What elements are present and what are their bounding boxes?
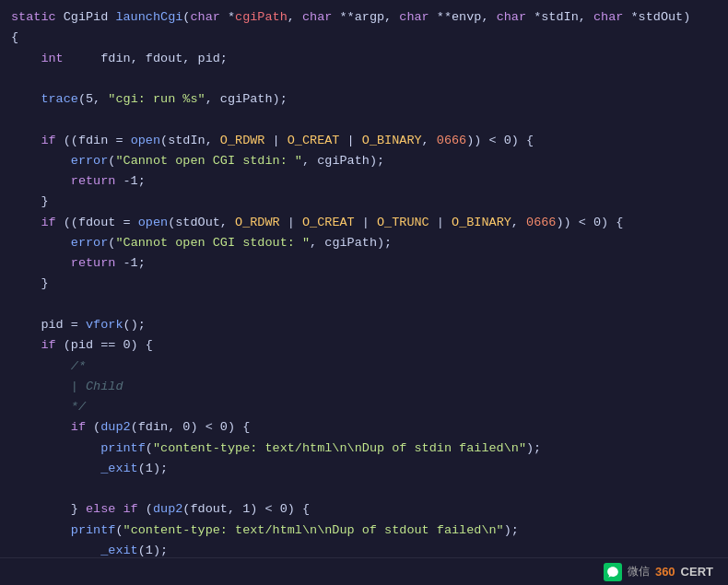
code-line — [0, 479, 728, 499]
code-line: _exit(1); — [0, 541, 728, 557]
code-line: static CgiPid launchCgi(char *cgiPath, c… — [0, 7, 728, 28]
code-block: static CgiPid launchCgi(char *cgiPath, c… — [0, 0, 728, 557]
code-line: if ((fdout = open(stdOut, O_RDWR | O_CRE… — [0, 213, 728, 233]
code-line: printf("content-type: text/html\n\nDup o… — [0, 439, 728, 459]
code-line: return -1; — [0, 253, 728, 274]
brand-cert: CERT — [681, 565, 713, 579]
code-line: /* — [0, 357, 728, 377]
code-line — [0, 295, 728, 315]
code-line: _exit(1); — [0, 459, 728, 479]
brand-360: 360 — [655, 565, 675, 579]
code-line: */ — [0, 397, 728, 417]
code-line — [0, 69, 728, 89]
wechat-text: 微信 — [628, 564, 650, 579]
code-line: trace(5, "cgi: run %s", cgiPath); — [0, 89, 728, 110]
code-line: | Child — [0, 377, 728, 397]
code-line: if (pid == 0) { — [0, 335, 728, 356]
code-line: return -1; — [0, 171, 728, 192]
wechat-icon — [604, 563, 622, 581]
code-line: pid = vfork(); — [0, 315, 728, 335]
code-line: if ((fdin = open(stdIn, O_RDWR | O_CREAT… — [0, 131, 728, 151]
code-line: error("Cannot open CGI stdout: ", cgiPat… — [0, 233, 728, 253]
code-line: } — [0, 192, 728, 212]
brand-area: 微信 360CERT — [604, 563, 713, 581]
code-line: } else if (dup2(fdout, 1) < 0) { — [0, 499, 728, 520]
footer: 微信 360CERT — [0, 557, 728, 585]
code-line: printf("content-type: text/html\n\nDup o… — [0, 521, 728, 541]
code-line: error("Cannot open CGI stdin: ", cgiPath… — [0, 151, 728, 171]
code-line: int fdin, fdout, pid; — [0, 49, 728, 69]
code-line: } — [0, 274, 728, 294]
code-line: if (dup2(fdin, 0) < 0) { — [0, 417, 728, 438]
code-line — [0, 110, 728, 130]
code-line: { — [0, 28, 728, 48]
